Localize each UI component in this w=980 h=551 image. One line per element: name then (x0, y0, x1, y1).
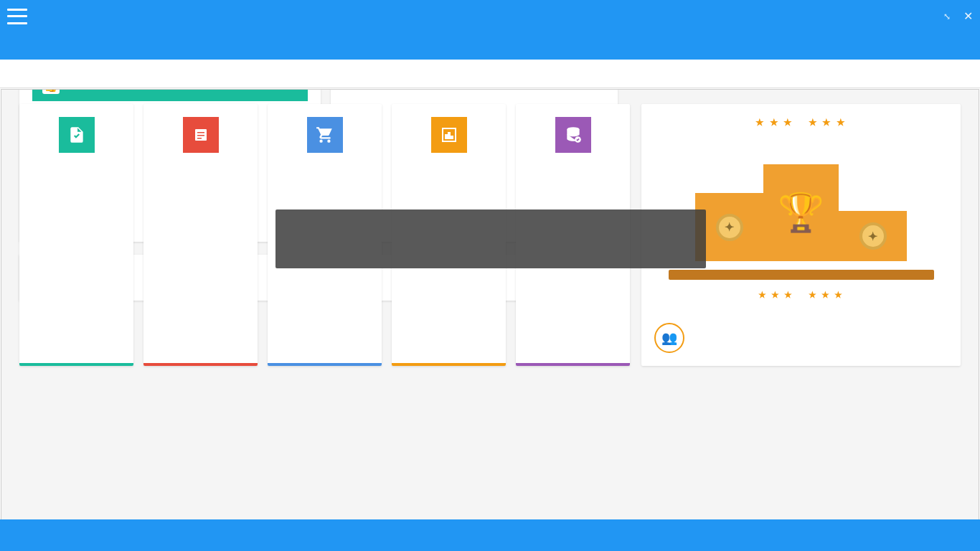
document-icon (59, 117, 95, 153)
thumbs-up-icon: 👍 (42, 89, 60, 94)
banner: 👍 (32, 89, 308, 101)
tab-bar (0, 60, 980, 88)
cart-icon (307, 117, 343, 153)
card-purchase[interactable] (19, 104, 133, 366)
panel-title: ★ ★ ★★ ★ ★ (654, 117, 948, 128)
runner-header (654, 307, 948, 316)
star-icon: ★ ★ ★ (809, 290, 844, 300)
star-icon: ★ ★ ★ (755, 117, 793, 128)
window-controls: ⤡ ✕ (943, 9, 973, 23)
star-icon: ★ ★ ★ (758, 290, 794, 300)
podium-base (669, 270, 934, 280)
close-icon[interactable]: ✕ (963, 9, 973, 23)
dashboard-content: ★ ★ ★★ ★ ★ ✦ 🏆 ✦ ★ ★ ★★ ★ ★ 👥 ★ ★ ★★ ★ ★… (1, 89, 979, 523)
menu-bar (0, 32, 980, 60)
svg-rect-3 (197, 138, 202, 139)
podium-first: 🏆 (763, 159, 839, 261)
svg-rect-1 (197, 132, 204, 133)
svg-rect-5 (446, 135, 447, 138)
chart-icon (431, 117, 467, 153)
repeat-stat: 👥 (654, 323, 948, 353)
svg-rect-2 (197, 135, 204, 136)
database-icon (555, 117, 591, 153)
svg-rect-6 (448, 133, 450, 138)
star-icon: ★ ★ ★ (809, 117, 847, 128)
title-bar: ⤡ ✕ (0, 0, 980, 32)
footer-bar (0, 519, 980, 551)
medal-icon: ✦ (716, 214, 743, 241)
restore-icon[interactable]: ⤡ (943, 11, 951, 22)
list-icon (183, 117, 219, 153)
hamburger-icon[interactable] (7, 9, 27, 24)
trophy-icon: 🏆 (778, 191, 824, 235)
svg-rect-7 (451, 136, 453, 138)
podium: ✦ 🏆 ✦ (672, 139, 930, 261)
fullscreen-overlay (275, 209, 706, 268)
card-sales[interactable] (143, 104, 258, 366)
podium-third: ✦ (839, 205, 907, 261)
people-icon: 👥 (654, 323, 684, 353)
runner-title: ★ ★ ★★ ★ ★ (654, 290, 948, 300)
medal-icon: ✦ (859, 222, 887, 250)
